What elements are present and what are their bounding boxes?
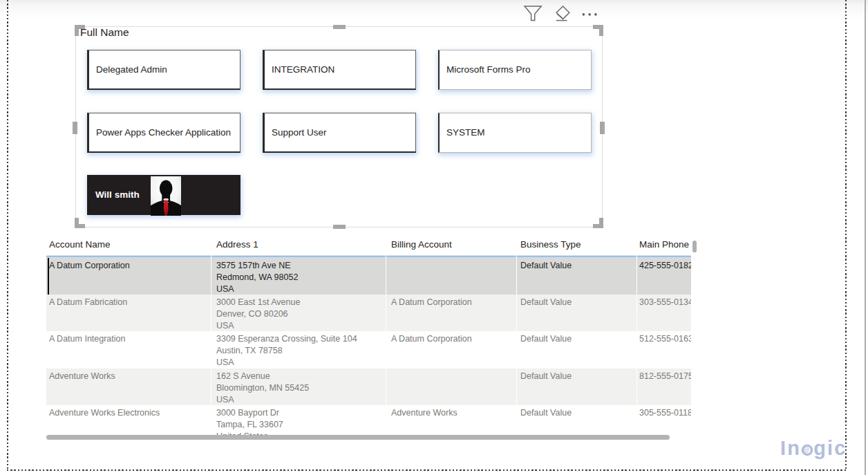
svg-text:@: @ [804, 447, 811, 454]
